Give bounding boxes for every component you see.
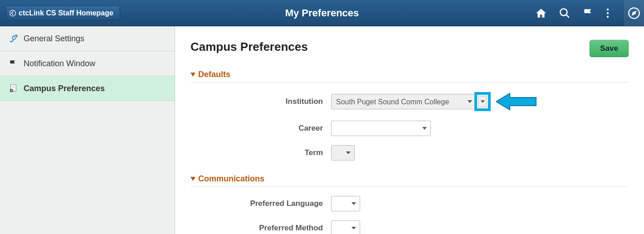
sidebar: General Settings Notification Window Cam…	[0, 26, 175, 234]
svg-point-5	[607, 15, 609, 17]
save-button[interactable]: Save	[590, 40, 629, 57]
svg-point-3	[607, 8, 609, 10]
collapse-triangle-icon	[190, 177, 195, 181]
search-icon[interactable]	[559, 7, 571, 19]
section-defaults-header[interactable]: Defaults	[190, 70, 629, 83]
back-button-label: ctcLink CS Staff Homepage	[19, 9, 113, 17]
wrench-icon	[8, 34, 18, 44]
section-heading: Defaults	[198, 70, 230, 79]
compass-icon	[628, 7, 640, 20]
career-label: Career	[190, 124, 331, 133]
highlight-annotation	[474, 92, 491, 111]
sidebar-item-label: Campus Preferences	[24, 84, 105, 93]
arrow-left-icon	[496, 92, 537, 112]
field-career: Career	[190, 121, 629, 136]
preferred-language-label: Preferred Language	[190, 199, 331, 208]
sidebar-item-general-settings[interactable]: General Settings	[0, 26, 175, 51]
preferred-method-select[interactable]	[331, 220, 360, 234]
content-title: Campus Preferences	[190, 40, 308, 54]
topbar-icons	[535, 0, 639, 26]
term-label: Term	[190, 148, 331, 157]
institution-select[interactable]: South Puget Sound Comm College	[331, 94, 476, 109]
svg-point-8	[10, 41, 10, 42]
svg-marker-14	[190, 73, 195, 77]
chevron-left-icon	[10, 10, 16, 16]
section-communications-header[interactable]: Communications	[190, 174, 629, 187]
field-institution: Institution South Puget Sound Comm Colle…	[190, 92, 629, 112]
section-heading: Communications	[198, 174, 264, 184]
chevron-down-icon	[481, 100, 485, 103]
more-icon[interactable]	[606, 8, 610, 19]
svg-marker-17	[190, 177, 195, 181]
svg-point-13	[11, 90, 12, 91]
term-select[interactable]	[331, 145, 355, 161]
save-button-label: Save	[600, 44, 618, 53]
svg-line-2	[566, 15, 569, 18]
preferred-language-select[interactable]	[331, 196, 360, 211]
svg-point-4	[607, 12, 609, 14]
document-gear-icon	[8, 83, 18, 93]
back-button[interactable]: ctcLink CS Staff Homepage	[5, 6, 120, 20]
arrow-annotation	[496, 92, 537, 112]
sidebar-item-campus-preferences[interactable]: Campus Preferences	[0, 76, 175, 101]
field-preferred-method: Preferred Method	[190, 220, 629, 234]
top-bar: ctcLink CS Staff Homepage My Preferences	[0, 0, 644, 26]
sidebar-item-notification-window[interactable]: Notification Window	[0, 51, 175, 76]
svg-marker-15	[481, 100, 485, 102]
svg-point-0	[10, 10, 16, 16]
collapse-triangle-icon	[190, 73, 195, 77]
page-title: My Preferences	[285, 7, 359, 19]
sidebar-item-label: Notification Window	[24, 59, 95, 68]
field-preferred-language: Preferred Language	[190, 196, 629, 211]
nav-compass-button[interactable]	[624, 0, 644, 26]
svg-marker-16	[496, 93, 536, 110]
field-term: Term	[190, 145, 629, 161]
svg-point-1	[560, 9, 567, 15]
svg-marker-7	[633, 11, 636, 15]
sidebar-item-label: General Settings	[24, 34, 84, 44]
content-area: Campus Preferences Save Defaults Institu…	[175, 26, 644, 234]
career-select[interactable]	[331, 121, 431, 136]
institution-label: Institution	[190, 97, 331, 106]
flag-icon[interactable]	[582, 7, 594, 19]
flag-dark-icon	[8, 58, 18, 68]
preferred-method-label: Preferred Method	[190, 224, 331, 233]
home-icon[interactable]	[535, 7, 547, 19]
